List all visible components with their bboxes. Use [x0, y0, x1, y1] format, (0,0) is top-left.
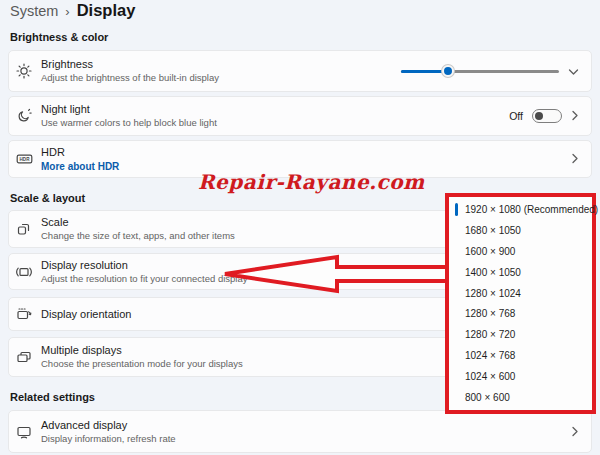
section-scale-layout: Scale & layout [10, 192, 85, 204]
section-related-settings: Related settings [10, 391, 95, 403]
night-light-icon [15, 107, 33, 125]
display-resolution-icon [15, 263, 33, 281]
svg-text:HDR: HDR [19, 157, 30, 162]
resolution-option-label: 1600 × 900 [465, 246, 515, 257]
breadcrumb: System › Display [10, 1, 135, 27]
row-brightness-title: Brightness [41, 58, 219, 71]
scale-icon [15, 220, 33, 238]
toggle-knob [535, 112, 543, 120]
resolution-option[interactable]: 1280 × 768 [449, 304, 592, 325]
row-display-resolution-title: Display resolution [41, 259, 247, 272]
section-brightness-color: Brightness & color [10, 31, 108, 43]
resolution-option-label: 800 × 600 [465, 392, 510, 403]
row-scale-title: Scale [41, 216, 235, 229]
row-night-light-title: Night light [41, 103, 217, 116]
resolution-option-label: 1024 × 768 [465, 350, 515, 361]
resolution-dropdown: 1920 × 1080 (Recommended) 1680 × 1050 16… [445, 193, 596, 414]
brightness-slider[interactable] [401, 65, 559, 77]
resolution-option[interactable]: 800 × 600 [449, 387, 592, 408]
resolution-option[interactable]: 1024 × 768 [449, 345, 592, 366]
row-display-resolution-subtitle: Adjust the resolution to fit your connec… [41, 273, 247, 285]
breadcrumb-separator-icon: › [65, 4, 69, 19]
row-advanced-display-subtitle: Display information, refresh rate [41, 433, 176, 445]
row-advanced-display[interactable]: Advanced display Display information, re… [8, 410, 592, 453]
watermark: Repair-Rayane.com [198, 170, 425, 194]
row-brightness[interactable]: Brightness Adjust the brightness of the … [8, 50, 592, 92]
resolution-option[interactable]: 1400 × 1050 [449, 262, 592, 283]
row-brightness-subtitle: Adjust the brightness of the built-in di… [41, 72, 219, 84]
brightness-slider-fill [401, 70, 448, 73]
row-display-orientation-title: Display orientation [41, 308, 132, 321]
multiple-displays-icon [15, 348, 33, 366]
chevron-right-icon[interactable] [571, 107, 579, 125]
row-night-light-subtitle: Use warmer colors to help block blue lig… [41, 117, 217, 129]
night-light-state: Off [509, 110, 523, 122]
row-multiple-displays-title: Multiple displays [41, 344, 243, 357]
page-title: Display [77, 1, 136, 20]
resolution-option-label: 1400 × 1050 [465, 267, 521, 278]
resolution-option-label: 1280 × 1024 [465, 288, 521, 299]
row-scale-subtitle: Change the size of text, apps, and other… [41, 230, 235, 242]
resolution-option-label: 1280 × 768 [465, 308, 515, 319]
display-settings-page: System › Display Brightness & color Brig… [0, 0, 600, 455]
resolution-option[interactable]: 1600 × 900 [449, 241, 592, 262]
row-hdr-title: HDR [41, 146, 119, 159]
hdr-more-link[interactable]: More about HDR [41, 160, 119, 173]
chevron-down-icon[interactable] [568, 62, 579, 80]
resolution-option[interactable]: 1920 × 1080 (Recommended) [449, 199, 592, 220]
brightness-sun-icon [15, 62, 33, 80]
night-light-toggle[interactable] [532, 109, 562, 123]
display-orientation-icon [15, 305, 33, 323]
chevron-right-icon[interactable] [571, 423, 579, 441]
resolution-option-label: 1920 × 1080 (Recommended) [465, 204, 598, 215]
breadcrumb-system[interactable]: System [10, 3, 58, 19]
chevron-right-icon[interactable] [571, 150, 579, 168]
hdr-icon: HDR [15, 150, 33, 168]
resolution-option-label: 1680 × 1050 [465, 225, 521, 236]
resolution-option[interactable]: 1280 × 1024 [449, 283, 592, 304]
row-night-light[interactable]: Night light Use warmer colors to help bl… [8, 96, 592, 136]
resolution-option[interactable]: 1024 × 600 [449, 366, 592, 387]
row-multiple-displays-subtitle: Choose the presentation mode for your di… [41, 358, 243, 370]
monitor-icon [15, 423, 33, 441]
resolution-option-label: 1024 × 600 [465, 371, 515, 382]
resolution-option[interactable]: 1680 × 1050 [449, 220, 592, 241]
resolution-option-label: 1280 × 720 [465, 329, 515, 340]
resolution-option[interactable]: 1280 × 720 [449, 324, 592, 345]
row-advanced-display-title: Advanced display [41, 419, 176, 432]
brightness-slider-thumb[interactable] [442, 65, 454, 77]
